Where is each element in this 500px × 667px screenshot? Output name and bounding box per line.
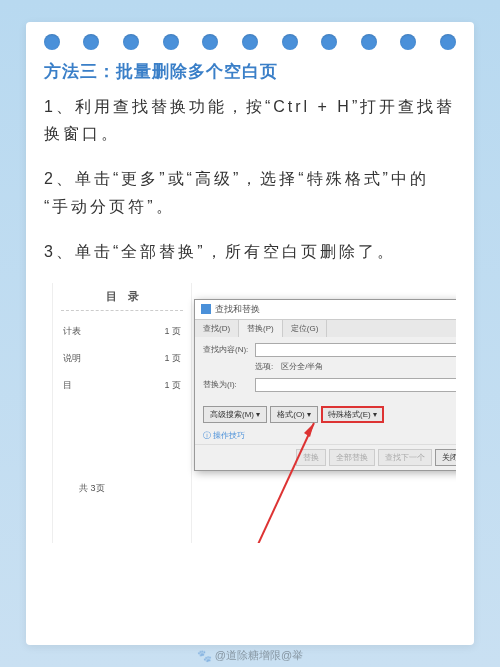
dialog-tabs: 查找(D) 替换(P) 定位(G) [195, 320, 456, 337]
find-next-button[interactable]: 查找下一个 [378, 449, 432, 466]
find-input[interactable] [255, 343, 456, 357]
app-icon [201, 304, 211, 314]
tab-replace[interactable]: 替换(P) [239, 320, 283, 337]
tip-link[interactable]: ⓘ 操作技巧 [195, 427, 456, 444]
step-2: 2、单击“更多”或“高级”，选择“特殊格式”中的“手动分页符”。 [44, 165, 456, 219]
special-format-button[interactable]: 特殊格式(E) ▾ [321, 406, 384, 423]
document-background: 目 录 计表1 页 说明1 页 目1 页 [52, 283, 192, 543]
toc-row: 目1 页 [53, 365, 191, 392]
dialog-body: 查找内容(N): 选项: 区分全/半角 替换为(I): [195, 337, 456, 402]
watermark: 🐾 @道除糖增限@举 [197, 648, 303, 663]
replace-all-button[interactable]: 全部替换 [329, 449, 375, 466]
step-3: 3、单击“全部替换”，所有空白页删除了。 [44, 238, 456, 265]
notebook-paper: 方法三：批量删除多个空白页 1、利用查找替换功能，按“Ctrl + H”打开查找… [26, 22, 474, 645]
close-dialog-button[interactable]: 关闭 [435, 449, 456, 466]
find-label: 查找内容(N): [203, 344, 251, 355]
page-footer: 共 3页 [79, 482, 105, 495]
replace-label: 替换为(I): [203, 379, 251, 390]
replace-button[interactable]: 替换 [296, 449, 326, 466]
step-1: 1、利用查找替换功能，按“Ctrl + H”打开查找替换窗口。 [44, 93, 456, 147]
dialog-title: 查找和替换 [215, 303, 260, 316]
close-button[interactable]: × [454, 304, 456, 314]
tab-goto[interactable]: 定位(G) [283, 320, 328, 337]
tab-find[interactable]: 查找(D) [195, 320, 239, 337]
toc-row: 计表1 页 [53, 311, 191, 338]
section-title: 方法三：批量删除多个空白页 [44, 60, 456, 83]
toc-row: 说明1 页 [53, 338, 191, 365]
find-replace-dialog: 查找和替换 × 查找(D) 替换(P) 定位(G) 查找内容(N): 选项: 区… [194, 299, 456, 471]
more-button[interactable]: 高级搜索(M) ▾ [203, 406, 267, 423]
dialog-titlebar: 查找和替换 × [195, 300, 456, 320]
embedded-screenshot: 目 录 计表1 页 说明1 页 目1 页 共 3页 查找和替换 × 查找(D) … [44, 283, 456, 543]
paw-icon: 🐾 [197, 649, 212, 663]
binder-holes [26, 34, 474, 50]
format-button[interactable]: 格式(O) ▾ [270, 406, 318, 423]
replace-input[interactable] [255, 378, 456, 392]
options-text: 选项: 区分全/半角 [255, 361, 456, 372]
doc-heading: 目 录 [61, 283, 183, 311]
